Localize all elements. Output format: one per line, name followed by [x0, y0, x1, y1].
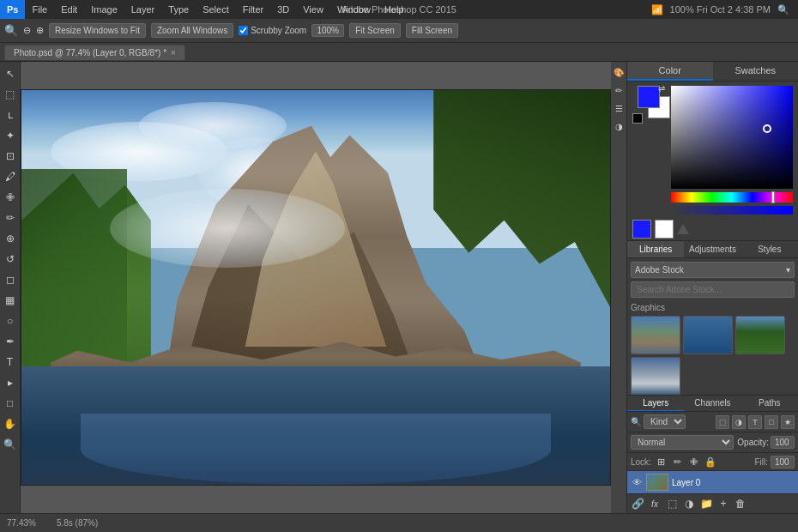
- fx-icon[interactable]: fx: [648, 497, 662, 511]
- tab-styles[interactable]: Styles: [741, 241, 798, 257]
- menu-select[interactable]: Select: [196, 0, 236, 19]
- pen-tool[interactable]: ✒: [2, 333, 19, 350]
- tab-adjustments[interactable]: Adjustments: [684, 241, 741, 257]
- dropdown-chevron: ▾: [786, 265, 790, 275]
- add-mask-icon[interactable]: ⬚: [665, 497, 679, 511]
- move-tool[interactable]: ↖: [2, 65, 19, 82]
- color-gradient[interactable]: [671, 86, 793, 189]
- eyedropper-tool[interactable]: 🖍: [2, 168, 19, 185]
- lib-thumb-1[interactable]: [631, 316, 680, 354]
- history-brush[interactable]: ↺: [2, 251, 19, 268]
- zoom-percent-input[interactable]: [311, 24, 344, 37]
- lasso-tool[interactable]: ʟ: [2, 106, 19, 124]
- marquee-tool[interactable]: ⬚: [2, 86, 19, 103]
- foreground-color-swatch[interactable]: [638, 86, 660, 108]
- tab-swatches[interactable]: Swatches: [713, 62, 799, 81]
- pixel-filter-btn[interactable]: ⬚: [716, 415, 729, 429]
- small-bg-swatch[interactable]: [655, 220, 674, 239]
- hue-indicator[interactable]: [771, 191, 775, 203]
- lock-position-btn[interactable]: ✙: [687, 455, 701, 469]
- close-tab-btn[interactable]: ×: [171, 48, 176, 57]
- dodge-tool[interactable]: ○: [2, 312, 19, 329]
- layer-visibility-toggle[interactable]: 👁: [631, 476, 643, 488]
- text-tool[interactable]: T: [2, 354, 19, 371]
- swap-colors-icon[interactable]: ⇌: [658, 84, 665, 94]
- search-icon[interactable]: 🔍: [777, 4, 789, 15]
- brush-options-icon[interactable]: ✏: [612, 83, 626, 97]
- scrubby-zoom-check[interactable]: Scrubby Zoom: [239, 26, 306, 35]
- hand-tool[interactable]: ✋: [2, 415, 19, 432]
- menu-3d[interactable]: 3D: [270, 0, 296, 19]
- tab-paths[interactable]: Paths: [741, 396, 798, 411]
- tab-layers[interactable]: Layers: [627, 396, 684, 411]
- adjustments-icon[interactable]: ◑: [612, 119, 626, 133]
- menu-help[interactable]: Help: [378, 0, 411, 19]
- heal-tool[interactable]: ✙: [2, 189, 19, 206]
- delete-layer-icon[interactable]: 🗑: [734, 497, 747, 511]
- lib-thumb-2[interactable]: [683, 316, 733, 354]
- menu-window[interactable]: Window: [330, 0, 378, 19]
- blend-mode-select[interactable]: Normal: [631, 435, 734, 450]
- crop-tool[interactable]: ⊡: [2, 148, 19, 165]
- path-select[interactable]: ▸: [2, 374, 19, 391]
- menu-layer[interactable]: Layer: [124, 0, 162, 19]
- scrubby-zoom-checkbox[interactable]: [239, 26, 248, 35]
- lock-icons: ⊞ ✏ ✙ 🔒: [655, 455, 717, 469]
- reset-colors-icon[interactable]: [632, 113, 643, 124]
- fill-input[interactable]: [771, 456, 795, 469]
- menu-type[interactable]: Type: [161, 0, 196, 19]
- right-info: 📶 100% Fri Oct 2 4:38 PM 🔍: [651, 4, 789, 15]
- fit-screen-btn[interactable]: Fit Screen: [349, 23, 401, 38]
- eraser-tool[interactable]: ◻: [2, 271, 19, 288]
- libraries-search[interactable]: [631, 281, 795, 298]
- zoom-out-icon[interactable]: ⊖: [23, 25, 31, 36]
- color-picker-handle[interactable]: [763, 124, 771, 133]
- menu-view[interactable]: View: [296, 0, 330, 19]
- lock-transparent-btn[interactable]: ⊞: [655, 455, 668, 469]
- menu-image[interactable]: Image: [84, 0, 124, 19]
- layers-list: 👁 Layer 0: [627, 471, 798, 493]
- brush-tool[interactable]: ✏: [2, 209, 19, 227]
- tab-channels[interactable]: Channels: [684, 396, 741, 411]
- filter-type-select[interactable]: Kind: [644, 414, 686, 429]
- layers-icon[interactable]: ☰: [612, 101, 626, 115]
- magic-wand-tool[interactable]: ✦: [2, 127, 19, 144]
- clone-tool[interactable]: ⊕: [2, 230, 19, 247]
- document-tab[interactable]: Photo.psd @ 77.4% (Layer 0, RGB/8*) * ×: [4, 45, 185, 60]
- color-picker-icon[interactable]: 🎨: [612, 65, 626, 79]
- new-layer-icon[interactable]: +: [716, 497, 730, 511]
- zoom-in-icon[interactable]: ⊕: [36, 25, 44, 36]
- hue-bar[interactable]: [671, 192, 793, 203]
- small-fg-swatch[interactable]: [632, 220, 651, 239]
- main-area: ↖ ⬚ ʟ ✦ ⊡ 🖍 ✙ ✏ ⊕ ↺ ◻ ▦ ○ ✒ T ▸ □ ✋ 🔍: [0, 62, 798, 513]
- fill-screen-btn[interactable]: Fill Screen: [406, 23, 458, 38]
- lib-thumb-3[interactable]: [735, 316, 785, 354]
- adjustment-layer-icon[interactable]: ◑: [682, 497, 696, 511]
- menu-filter[interactable]: Filter: [236, 0, 270, 19]
- tab-libraries[interactable]: Libraries: [627, 241, 684, 257]
- color-picker: ⇌: [627, 82, 798, 240]
- text-filter-btn[interactable]: T: [748, 415, 762, 429]
- shape-tool[interactable]: □: [2, 395, 19, 412]
- link-layers-icon[interactable]: 🔗: [631, 497, 644, 511]
- lib-thumb-4[interactable]: [631, 357, 680, 395]
- zoom-icon[interactable]: 🔍: [4, 24, 18, 37]
- menu-file[interactable]: File: [25, 0, 54, 19]
- resize-windows-btn[interactable]: Resize Windows to Fit: [49, 23, 146, 38]
- color-options-triangle[interactable]: [677, 224, 689, 234]
- adjust-filter-btn[interactable]: ◑: [732, 415, 746, 429]
- zoom-tool[interactable]: 🔍: [2, 436, 19, 453]
- shape-filter-btn[interactable]: □: [765, 415, 778, 429]
- layer-row[interactable]: 👁 Layer 0: [627, 471, 798, 493]
- libraries-dropdown[interactable]: Adobe Stock ▾: [631, 262, 795, 278]
- menu-edit[interactable]: Edit: [54, 0, 84, 19]
- lock-image-btn[interactable]: ✏: [671, 455, 685, 469]
- smart-filter-btn[interactable]: ★: [781, 415, 795, 429]
- zoom-all-btn[interactable]: Zoom All Windows: [151, 23, 233, 38]
- alpha-bar[interactable]: [671, 206, 793, 215]
- new-group-icon[interactable]: 📁: [699, 497, 713, 511]
- opacity-input[interactable]: [771, 436, 795, 449]
- lock-all-btn[interactable]: 🔒: [704, 455, 717, 469]
- gradient-tool[interactable]: ▦: [2, 292, 19, 309]
- tab-color[interactable]: Color: [627, 62, 713, 81]
